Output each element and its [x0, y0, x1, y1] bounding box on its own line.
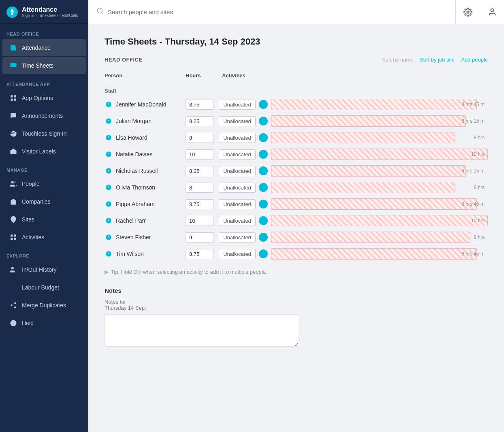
unallocated-button[interactable]: Unallocated	[219, 100, 256, 110]
unallocated-button[interactable]: Unallocated	[219, 116, 256, 126]
info-icon[interactable]	[105, 134, 113, 142]
add-activity-button[interactable]	[259, 117, 268, 126]
merge-duplicates-icon	[9, 301, 18, 310]
svg-point-6	[491, 9, 493, 11]
add-activity-button[interactable]	[259, 183, 268, 192]
hours-input[interactable]	[186, 116, 214, 126]
sites-label: Sites	[22, 216, 34, 223]
hours-input[interactable]	[186, 100, 214, 110]
hours-input[interactable]	[186, 149, 214, 160]
person-name: Tim Wilson	[116, 251, 186, 257]
svg-line-31	[12, 304, 14, 305]
activities-icon	[9, 233, 18, 242]
unallocated-button[interactable]: Unallocated	[219, 249, 256, 259]
info-icon[interactable]	[105, 250, 113, 258]
add-activity-button[interactable]	[259, 100, 268, 109]
svg-point-1	[11, 13, 13, 15]
announcements-label: Announcements	[22, 113, 63, 119]
svg-rect-11	[14, 95, 16, 97]
unallocated-button[interactable]: Unallocated	[219, 149, 256, 160]
info-icon[interactable]	[105, 200, 113, 208]
topbar: Attendance Sign-in · Timesheets · RollCa…	[0, 0, 504, 24]
sidebar-item-attendance[interactable]: Attendance	[2, 39, 86, 56]
companies-label: Companies	[22, 198, 51, 205]
sidebar-item-timesheets[interactable]: Time Sheets	[2, 57, 86, 74]
unallocated-button[interactable]: Unallocated	[219, 232, 256, 243]
hours-input[interactable]	[186, 216, 214, 226]
sidebar-item-labour-budget[interactable]: Labour Budget	[2, 279, 86, 296]
sidebar-item-app-options[interactable]: App Options	[2, 89, 86, 106]
settings-button[interactable]	[455, 0, 480, 24]
activity-bar-wrap: 10 hrs	[271, 149, 488, 160]
table-header: Person Hours Activities	[105, 69, 488, 82]
sidebar-item-sites[interactable]: Sites	[2, 211, 86, 228]
person-name: Steven Fisher	[116, 234, 186, 240]
labour-budget-label: Labour Budget	[22, 284, 59, 291]
add-people-link[interactable]: Add people	[461, 57, 488, 63]
activity-bar	[271, 132, 455, 143]
info-icon[interactable]	[105, 117, 113, 125]
info-icon[interactable]	[105, 183, 113, 192]
hours-input[interactable]	[186, 183, 214, 193]
sidebar-item-people[interactable]: People	[2, 175, 86, 192]
sort-by-job-title[interactable]: Sort by job title	[420, 57, 455, 63]
table-row: Olivia Thomson Unallocated 8 hrs	[105, 179, 488, 196]
add-activity-button[interactable]	[259, 200, 268, 209]
hours-input[interactable]	[186, 133, 214, 143]
app-options-label: App Options	[22, 95, 53, 101]
add-activity-button[interactable]	[259, 233, 268, 242]
sidebar-item-touchless-signin[interactable]: Touchless Sign-In	[2, 125, 86, 142]
sidebar-item-activities[interactable]: Activities	[2, 229, 86, 246]
unallocated-button[interactable]: Unallocated	[219, 199, 256, 209]
search-input[interactable]	[108, 9, 447, 15]
touchless-signin-icon	[9, 129, 18, 138]
hours-input[interactable]	[186, 199, 214, 209]
section-header: HEAD OFFICE Sort by name Sort by job tit…	[105, 57, 488, 63]
announcements-icon	[9, 111, 18, 120]
sidebar-item-in-out-history[interactable]: In/Out History	[2, 261, 86, 278]
notes-section: Notes Notes forThursday 14 Sep:	[105, 287, 488, 348]
activity-bar	[271, 215, 488, 226]
info-icon[interactable]	[105, 100, 113, 109]
head-office-label: HEAD OFFICE	[0, 24, 88, 39]
activity-bar-wrap: 10 hrs	[271, 215, 488, 226]
timesheets-icon	[9, 61, 18, 70]
activity-bar-wrap: 8 hrs 45 m	[271, 99, 488, 110]
activities-area: Unallocated 10 hrs	[219, 149, 488, 160]
hours-input[interactable]	[186, 249, 214, 259]
sidebar-item-announcements[interactable]: Announcements	[2, 107, 86, 124]
hours-input[interactable]	[186, 232, 214, 243]
logo-text-block: Attendance Sign-in · Timesheets · RollCa…	[22, 6, 78, 18]
info-icon[interactable]	[105, 233, 113, 241]
svg-point-5	[467, 11, 469, 13]
info-icon[interactable]	[105, 167, 113, 175]
unallocated-button[interactable]: Unallocated	[219, 183, 256, 193]
page-title: Time Sheets - Thursday, 14 Sep 2023	[105, 36, 488, 47]
activity-bar-label: 10 hrs	[471, 151, 485, 157]
add-activity-button[interactable]	[259, 150, 268, 159]
add-activity-button[interactable]	[259, 166, 268, 175]
add-activity-button[interactable]	[259, 216, 268, 225]
activities-area: Unallocated 8 hrs 45 m	[219, 99, 488, 110]
activities-area: Unallocated 8 hrs	[219, 132, 488, 143]
app-subtitle: Sign-in · Timesheets · RollCalls	[22, 13, 78, 18]
add-activity-button[interactable]	[259, 249, 268, 258]
svg-rect-10	[11, 95, 13, 97]
activity-bar-label: 8 hrs 45 m	[461, 251, 485, 257]
col-header-hours: Hours	[186, 72, 222, 79]
activity-bar-wrap: 9 hrs	[271, 232, 488, 243]
sort-by-name[interactable]: Sort by name	[382, 57, 413, 63]
notes-textarea[interactable]	[105, 314, 299, 347]
sidebar-item-visitor-labels[interactable]: Visitor Labels	[2, 143, 86, 160]
sidebar-item-merge-duplicates[interactable]: Merge Duplicates	[2, 297, 86, 314]
sidebar-item-help[interactable]: Help	[2, 315, 86, 332]
unallocated-button[interactable]: Unallocated	[219, 166, 256, 176]
unallocated-button[interactable]: Unallocated	[219, 133, 256, 143]
unallocated-button[interactable]: Unallocated	[219, 216, 256, 226]
profile-button[interactable]	[480, 0, 504, 24]
info-icon[interactable]	[105, 150, 113, 158]
add-activity-button[interactable]	[259, 133, 268, 142]
info-icon[interactable]	[105, 217, 113, 225]
sidebar-item-companies[interactable]: Companies	[2, 193, 86, 210]
hours-input[interactable]	[186, 166, 214, 176]
